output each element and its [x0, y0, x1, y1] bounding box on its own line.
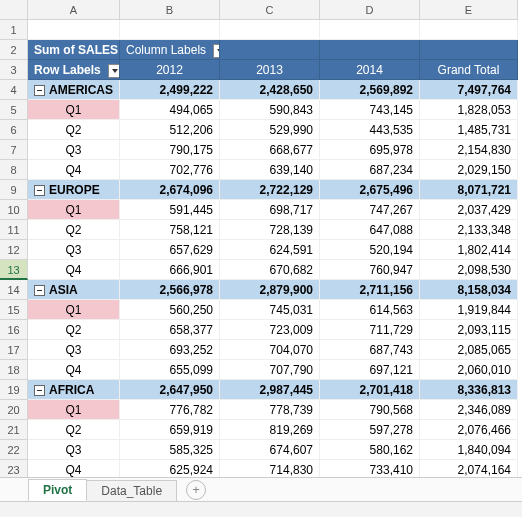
collapse-icon[interactable]: [34, 385, 45, 396]
row-header-9[interactable]: 9: [0, 180, 28, 200]
region-total-asia-3: 8,158,034: [420, 280, 518, 300]
collapse-icon[interactable]: [34, 285, 45, 296]
data-cell: 776,782: [120, 400, 220, 420]
region-row-americas[interactable]: AMERICAS: [28, 80, 120, 100]
row-labels-dropdown[interactable]: Row Labels: [28, 60, 120, 80]
data-cell: 2,154,830: [420, 140, 518, 160]
data-cell: 2,133,348: [420, 220, 518, 240]
row-header-6[interactable]: 6: [0, 120, 28, 140]
data-cell: 707,790: [220, 360, 320, 380]
collapse-icon[interactable]: [34, 85, 45, 96]
data-cell: 2,093,115: [420, 320, 518, 340]
row-header-18[interactable]: 18: [0, 360, 28, 380]
data-cell: 1,840,094: [420, 440, 518, 460]
region-row-europe[interactable]: EUROPE: [28, 180, 120, 200]
row-header-15[interactable]: 15: [0, 300, 28, 320]
data-cell: 2,098,530: [420, 260, 518, 280]
row-header-21[interactable]: 21: [0, 420, 28, 440]
data-cell: 590,843: [220, 100, 320, 120]
region-total-asia-2: 2,711,156: [320, 280, 420, 300]
row-header-8[interactable]: 8: [0, 160, 28, 180]
col-header-B[interactable]: B: [120, 0, 220, 20]
quarter-label: Q4: [28, 260, 120, 280]
row-header-10[interactable]: 10: [0, 200, 28, 220]
pivot-header-blank: [320, 40, 420, 60]
region-total-asia-1: 2,879,900: [220, 280, 320, 300]
row-header-2[interactable]: 2: [0, 40, 28, 60]
row-header-14[interactable]: 14: [0, 280, 28, 300]
quarter-label: Q1: [28, 100, 120, 120]
sheet-tabs-bar: Pivot Data_Table +: [0, 477, 522, 501]
row-header-19[interactable]: 19: [0, 380, 28, 400]
data-cell: 494,065: [120, 100, 220, 120]
row-header-4[interactable]: 4: [0, 80, 28, 100]
region-row-asia[interactable]: ASIA: [28, 280, 120, 300]
row-header-17[interactable]: 17: [0, 340, 28, 360]
region-total-americas-0: 2,499,222: [120, 80, 220, 100]
data-cell: 687,234: [320, 160, 420, 180]
region-total-americas-2: 2,569,892: [320, 80, 420, 100]
new-sheet-button[interactable]: +: [186, 480, 206, 500]
data-cell: 560,250: [120, 300, 220, 320]
plus-icon: +: [192, 482, 200, 497]
row-header-11[interactable]: 11: [0, 220, 28, 240]
data-cell: 697,121: [320, 360, 420, 380]
data-cell: 443,535: [320, 120, 420, 140]
data-cell: 639,140: [220, 160, 320, 180]
region-total-americas-1: 2,428,650: [220, 80, 320, 100]
data-cell: 2,085,065: [420, 340, 518, 360]
col-header-D[interactable]: D: [320, 0, 420, 20]
tab-pivot[interactable]: Pivot: [28, 479, 87, 501]
collapse-icon[interactable]: [34, 185, 45, 196]
cell-blank: [320, 20, 420, 40]
data-cell: 728,139: [220, 220, 320, 240]
data-cell: 1,485,731: [420, 120, 518, 140]
data-cell: 647,088: [320, 220, 420, 240]
row-header-22[interactable]: 22: [0, 440, 28, 460]
region-row-africa[interactable]: AFRICA: [28, 380, 120, 400]
pivot-header-blank: [220, 40, 320, 60]
data-cell: 704,070: [220, 340, 320, 360]
data-cell: 758,121: [120, 220, 220, 240]
data-cell: 2,029,150: [420, 160, 518, 180]
data-cell: 624,591: [220, 240, 320, 260]
data-cell: 585,325: [120, 440, 220, 460]
data-cell: 597,278: [320, 420, 420, 440]
select-all-corner[interactable]: [0, 0, 28, 20]
region-total-europe-3: 8,071,721: [420, 180, 518, 200]
row-header-13[interactable]: 13: [0, 260, 28, 280]
row-header-1[interactable]: 1: [0, 20, 28, 40]
pivot-header-blank: [420, 40, 518, 60]
quarter-label: Q1: [28, 400, 120, 420]
row-header-20[interactable]: 20: [0, 400, 28, 420]
status-bar: [0, 501, 522, 517]
col-year-2014: 2014: [320, 60, 420, 80]
data-cell: 674,607: [220, 440, 320, 460]
data-cell: 655,099: [120, 360, 220, 380]
row-header-7[interactable]: 7: [0, 140, 28, 160]
col-header-A[interactable]: A: [28, 0, 120, 20]
row-header-3[interactable]: 3: [0, 60, 28, 80]
data-cell: 790,175: [120, 140, 220, 160]
col-header-C[interactable]: C: [220, 0, 320, 20]
spreadsheet-grid[interactable]: ABCDE12Sum of SALESColumn Labels 3Row La…: [0, 0, 522, 500]
data-cell: 698,717: [220, 200, 320, 220]
column-labels-dropdown[interactable]: Column Labels: [120, 40, 220, 60]
tab-data-table[interactable]: Data_Table: [86, 480, 177, 501]
data-cell: 747,267: [320, 200, 420, 220]
row-header-12[interactable]: 12: [0, 240, 28, 260]
region-total-africa-0: 2,647,950: [120, 380, 220, 400]
data-cell: 580,162: [320, 440, 420, 460]
region-total-africa-2: 2,701,418: [320, 380, 420, 400]
data-cell: 520,194: [320, 240, 420, 260]
row-header-5[interactable]: 5: [0, 100, 28, 120]
quarter-label: Q1: [28, 300, 120, 320]
quarter-label: Q3: [28, 140, 120, 160]
data-cell: 2,346,089: [420, 400, 518, 420]
col-header-E[interactable]: E: [420, 0, 518, 20]
data-cell: 2,060,010: [420, 360, 518, 380]
row-header-16[interactable]: 16: [0, 320, 28, 340]
quarter-label: Q3: [28, 440, 120, 460]
data-cell: 693,252: [120, 340, 220, 360]
data-cell: 591,445: [120, 200, 220, 220]
